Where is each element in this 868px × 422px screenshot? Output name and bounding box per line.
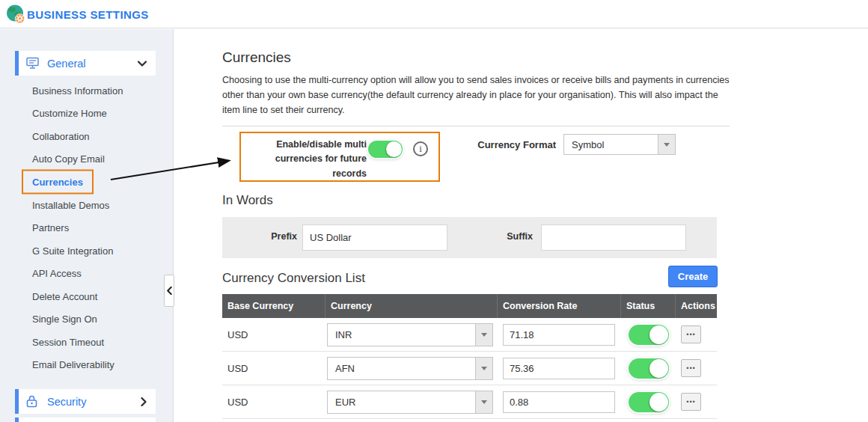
partial-accent-bar [15, 418, 19, 422]
sidebar-item-session-timeout[interactable]: Session Timeout [32, 337, 104, 348]
multi-currency-toggle[interactable] [368, 141, 403, 158]
base-currency-value: USD [222, 363, 248, 374]
currency-format-value: Symbol [564, 135, 658, 154]
conversion-rate-input[interactable] [503, 358, 615, 379]
toggle-knob [386, 141, 402, 157]
sidebar-item-delete-account[interactable]: Delete Account [32, 291, 97, 302]
currency-select[interactable]: AFN [327, 357, 493, 380]
base-currency-value: USD [222, 397, 248, 408]
sidebar-item-api-access[interactable]: API Access [32, 268, 82, 279]
settings-sidebar: General Business Information Customize H… [0, 29, 174, 422]
currencies-settings-panel: Currencies Choosing to use the multi-cur… [174, 29, 868, 422]
currency-select-value: AFN [328, 358, 475, 379]
row-actions-button[interactable]: ••• [681, 359, 701, 377]
divider [222, 126, 730, 126]
sidebar-item-single-sign-on[interactable]: Single Sign On [32, 314, 97, 325]
sidebar-item-g-suite-integration[interactable]: G Suite Integration [32, 245, 113, 257]
currency-select-value: EUR [328, 391, 475, 413]
row-actions-button[interactable]: ••• [681, 325, 701, 343]
currency-format-label: Currency Format [462, 139, 556, 150]
prefix-input[interactable] [302, 224, 447, 251]
page-title: BUSINESS SETTINGS [27, 0, 149, 28]
status-toggle[interactable] [629, 392, 669, 412]
column-header-conversion-rate: Conversion Rate [497, 294, 620, 318]
column-header-currency: Currency [325, 294, 497, 318]
chevron-down-icon [138, 61, 147, 67]
active-accent-bar [15, 51, 19, 76]
table-header-row: Base Currency Currency Conversion Rate S… [222, 294, 717, 318]
table-row: USD AFN ••• [222, 352, 717, 385]
sidebar-item-collaboration[interactable]: Collaboration [32, 131, 90, 142]
security-accent-bar [15, 389, 19, 414]
section-heading-currencies: Currencies [222, 49, 291, 66]
globe-gear-logo-icon [5, 4, 25, 24]
conversion-rate-input[interactable] [503, 391, 615, 413]
info-icon[interactable]: i [413, 141, 428, 156]
conversion-rate-input[interactable] [503, 324, 615, 346]
section-heading-in-words: In Words [222, 193, 273, 208]
currency-format-select[interactable]: Symbol [563, 134, 676, 155]
column-header-status: Status [620, 294, 675, 318]
column-header-base-currency: Base Currency [222, 294, 325, 318]
suffix-input[interactable] [541, 224, 686, 251]
table-row: USD EUR ••• [222, 385, 717, 419]
section-heading-conversion-list: Currency Conversion List [222, 271, 365, 286]
dropdown-arrow-icon[interactable] [658, 135, 675, 154]
currencies-description: Choosing to use the multi-currency optio… [222, 73, 734, 118]
dropdown-arrow-icon[interactable] [475, 324, 492, 346]
sidebar-item-installable-demos[interactable]: Installable Demos [32, 200, 109, 211]
currency-select-value: INR [328, 324, 475, 346]
currencies-highlight-box: Currencies [22, 170, 94, 195]
prefix-label: Prefix [222, 231, 297, 242]
create-button[interactable]: Create [668, 266, 718, 287]
sidebar-group-security-label: Security [47, 396, 141, 408]
in-words-panel: Prefix Suffix [222, 217, 717, 258]
chevron-right-icon [141, 397, 147, 406]
currency-select[interactable]: EUR [327, 391, 493, 414]
sidebar-group-security[interactable]: Security [15, 389, 156, 414]
sidebar-item-customize-home[interactable]: Customize Home [32, 108, 107, 119]
sidebar-collapse-handle[interactable] [164, 275, 174, 307]
sidebar-item-auto-copy-email[interactable]: Auto Copy Email [32, 153, 105, 165]
status-toggle[interactable] [629, 325, 669, 345]
dropdown-arrow-icon[interactable] [475, 358, 492, 379]
lock-icon [26, 395, 39, 408]
currency-select[interactable]: INR [327, 323, 493, 346]
sidebar-item-partners[interactable]: Partners [32, 222, 69, 233]
sidebar-item-currencies[interactable]: Currencies [32, 170, 94, 195]
suffix-label: Suffix [469, 231, 533, 242]
dropdown-arrow-icon[interactable] [475, 391, 492, 413]
row-actions-button[interactable]: ••• [681, 393, 701, 411]
multi-currency-highlight-box: Enable/disable multi currencies for futu… [239, 132, 440, 182]
column-header-actions: Actions [675, 294, 717, 318]
sidebar-item-business-information[interactable]: Business Information [32, 85, 123, 97]
multi-currency-toggle-label: Enable/disable multi currencies for futu… [247, 138, 367, 181]
business-settings-page: BUSINESS SETTINGS General Business Infor… [0, 0, 868, 422]
monitor-icon [26, 57, 39, 70]
table-row: USD INR ••• [222, 318, 717, 352]
sidebar-item-email-deliverability[interactable]: Email Deliverability [32, 359, 114, 370]
sidebar-group-general[interactable]: General [15, 51, 156, 76]
top-header-bar: BUSINESS SETTINGS [0, 0, 868, 28]
currency-conversion-table: Base Currency Currency Conversion Rate S… [222, 294, 717, 419]
toggle-knob [650, 325, 668, 344]
sidebar-group-partial[interactable] [15, 418, 156, 422]
toggle-knob [650, 359, 668, 378]
sidebar-group-general-label: General [47, 58, 138, 70]
base-currency-value: USD [222, 329, 248, 340]
toggle-knob [650, 393, 668, 412]
status-toggle[interactable] [629, 358, 669, 379]
